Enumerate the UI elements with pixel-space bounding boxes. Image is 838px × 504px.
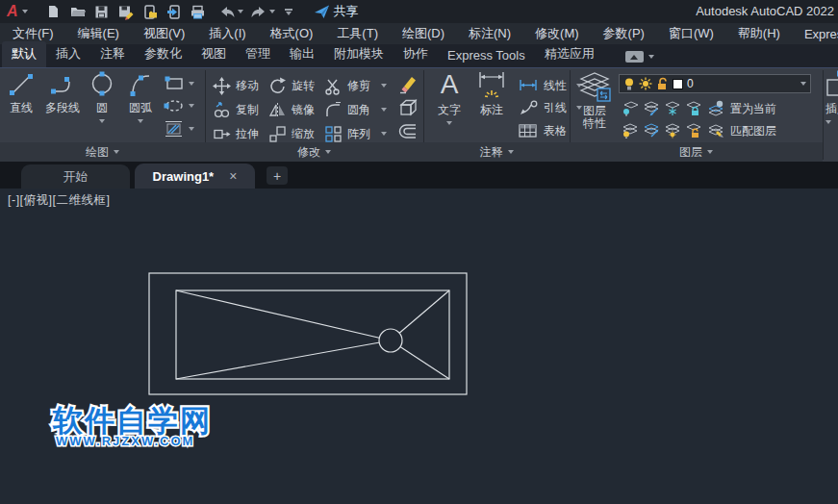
ribbon-tab-express-tools[interactable]: Express Tools [438,44,535,67]
circle-tool-button[interactable]: 圆 [83,71,121,123]
layer-isolate-button[interactable] [622,100,639,116]
save-as-button[interactable] [115,1,137,22]
ribbon-tab-collaborate[interactable]: 协作 [394,41,438,67]
menu-parametric[interactable]: 参数(P) [603,25,645,42]
menu-view[interactable]: 视图(V) [143,25,185,42]
layer-freeze-button[interactable] [664,100,681,116]
mirror-tool-button[interactable]: 镜像 [268,100,315,119]
stretch-tool-button[interactable]: 拉伸 [213,124,259,143]
redo-dropdown-icon[interactable] [269,10,275,13]
trim-tool-button[interactable]: 修剪 [324,76,387,95]
offset-tool-button[interactable] [397,122,419,141]
open-button[interactable] [67,1,89,22]
arc-dropdown-icon[interactable] [138,119,143,123]
array-tool-button[interactable]: 阵列 [324,124,387,143]
ribbon-tab-home[interactable]: 默认 [2,41,46,67]
app-menu-dropdown-icon[interactable] [22,10,28,13]
text-label: 文字 [438,102,461,118]
menu-help[interactable]: 帮助(H) [738,25,780,42]
share-button[interactable]: 共享 [302,3,359,20]
save-button[interactable] [91,1,113,22]
save-to-web-mobile-button[interactable] [140,1,161,22]
polyline-tool-button[interactable]: 多段线 [41,71,84,116]
leader-button[interactable]: 引线 [518,98,582,117]
drawing-canvas[interactable]: [-][俯视][二维线框] 软件自学网 WWW.RJZXW.COM [0,189,838,504]
new-file-button[interactable] [43,1,64,22]
ribbon-tab-featured-apps[interactable]: 精选应用 [535,41,604,67]
erase-tool-button[interactable] [397,74,419,93]
cad-drawing[interactable] [149,273,467,394]
layer-match-move-button[interactable] [643,122,660,139]
menu-insert[interactable]: 插入(I) [209,25,245,42]
layer-thaw-all-button[interactable] [664,122,681,139]
modify-panel-label[interactable]: 修改 [205,142,423,162]
ribbon-minimize-button[interactable] [625,51,654,63]
match-layer-button[interactable]: 匹配图层 [707,121,776,140]
rectangle-tool-button[interactable] [164,75,194,91]
menu-dimension[interactable]: 标注(N) [469,25,511,42]
insert-dropdown-icon[interactable] [825,120,831,124]
menu-format[interactable]: 格式(O) [270,25,314,42]
redo-button[interactable] [248,1,269,22]
layer-properties-button[interactable]: 图层 特性 [574,70,615,130]
layer-edit-button[interactable] [643,100,660,116]
rotate-tool-button[interactable]: 旋转 [268,76,315,95]
linear-dimension-button[interactable]: 线性 [518,76,582,95]
open-folder-icon [69,4,87,19]
open-from-web-mobile-button[interactable] [164,1,185,22]
ribbon-tab-output[interactable]: 输出 [280,41,324,67]
fillet-tool-button[interactable]: 圆角 [324,100,387,119]
stretch-icon [213,125,231,143]
scale-tool-button[interactable]: 缩放 [268,124,315,143]
arc-tool-button[interactable]: 圆弧 [121,71,160,123]
layers-panel-label[interactable]: 图层 [570,142,823,162]
ribbon-tab-insert[interactable]: 插入 [46,41,90,67]
draw-panel-label[interactable]: 绘图 [0,142,205,162]
menu-modify[interactable]: 修改(M) [535,25,579,42]
undo-button[interactable] [216,1,238,22]
layer-properties-icon [577,70,612,103]
ribbon-tab-manage[interactable]: 管理 [236,41,280,67]
ribbon-tab-annotate[interactable]: 注释 [90,41,135,67]
explode-tool-button[interactable] [397,98,419,117]
ribbon-tab-view[interactable]: 视图 [191,41,236,67]
linear-dimension-icon [518,79,539,92]
layer-unlock-button[interactable] [685,122,702,139]
annotation-panel-label[interactable]: 注释 [423,142,570,162]
move-tool-button[interactable]: 移动 [213,76,259,95]
tab-start[interactable]: 开始 [21,164,130,189]
circle-dropdown-icon[interactable] [99,119,105,123]
text-dropdown-icon[interactable] [446,121,452,125]
tab-close-icon[interactable]: × [229,168,237,184]
menu-draw[interactable]: 绘图(D) [402,25,444,42]
tab-drawing1[interactable]: Drawing1* × [135,164,255,189]
ribbon-tab-parametric[interactable]: 参数化 [135,41,191,67]
dimension-tool-button[interactable]: 标注 [470,69,514,118]
copy-tool-button[interactable]: 复制 [213,100,259,119]
line-tool-button[interactable]: 直线 [1,71,41,116]
layer-lock-icon [685,100,702,116]
new-drawing-tab-button[interactable]: + [267,166,288,185]
customize-qat-button[interactable] [285,9,292,15]
plot-button[interactable] [188,1,209,22]
text-tool-button[interactable]: A 文字 [430,69,469,125]
menu-express[interactable]: Express [804,27,838,41]
ribbon-tab-addins[interactable]: 附加模块 [324,41,394,67]
hatch-tool-button[interactable] [164,120,194,138]
insert-block-button[interactable]: 插入 [825,70,838,124]
layer-dropdown-arrow-icon [800,82,806,86]
layer-off-button[interactable] [622,122,639,139]
table-button[interactable]: 表格 [518,121,567,140]
undo-dropdown-icon[interactable] [238,10,243,13]
ellipse-tool-button[interactable] [164,98,194,113]
menu-file[interactable]: 文件(F) [13,25,54,42]
menu-window[interactable]: 窗口(W) [669,25,714,42]
ribbon-panel-icon [625,51,644,63]
make-current-button[interactable]: 置为当前 [707,99,776,118]
autocad-logo-icon[interactable]: A [7,0,18,23]
layer-lock-button[interactable] [685,100,702,116]
explode-box-icon [397,97,419,118]
menu-edit[interactable]: 编辑(E) [78,25,119,42]
menu-tools[interactable]: 工具(T) [337,25,378,42]
layer-dropdown[interactable]: 0 [619,74,811,93]
